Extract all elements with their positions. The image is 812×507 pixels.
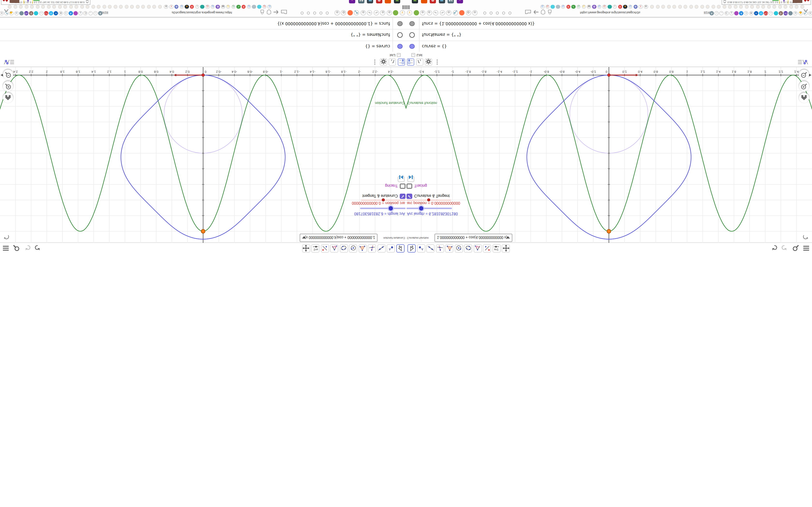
tool-polygon[interactable]: [445, 244, 453, 252]
extension-icon[interactable]: [73, 11, 78, 15]
bookmark-favicon[interactable]: G: [211, 5, 215, 9]
extension-icon[interactable]: [19, 11, 24, 15]
terminal-app-icon[interactable]: ▣: [394, 0, 400, 4]
extension-icon[interactable]: [34, 11, 39, 15]
radio-circle-icon[interactable]: [483, 12, 486, 14]
faded-favicon[interactable]: [700, 5, 704, 9]
faded-favicon[interactable]: [41, 5, 45, 9]
algebra-row[interactable]: curves = {}: [0, 41, 406, 52]
globe-icon[interactable]: ⊕: [420, 10, 425, 16]
bookmark-favicon[interactable]: W: [587, 5, 591, 9]
faded-favicon[interactable]: [678, 5, 682, 9]
extension-icon[interactable]: →: [88, 11, 93, 15]
tool-move-cursor[interactable]: [396, 244, 405, 252]
back-arrow-icon[interactable]: [532, 9, 539, 15]
bookmark-favicon[interactable]: [551, 5, 555, 9]
faded-favicon[interactable]: [47, 5, 51, 9]
globe-icon[interactable]: ⊕: [472, 10, 477, 16]
extension-icon[interactable]: C: [83, 11, 88, 15]
faded-favicon[interactable]: [722, 5, 726, 9]
extension-icon[interactable]: →: [719, 11, 724, 15]
faded-favicon[interactable]: [772, 5, 776, 9]
tool-angle[interactable]: α: [473, 244, 481, 252]
curvature-function-dropdown[interactable]: 1.000000000000 + cos(4.000000000000 x): [435, 234, 512, 242]
tool-move-cursor[interactable]: [407, 244, 416, 252]
bookmark-favicon[interactable]: G: [546, 5, 550, 9]
cat-app-icon[interactable]: ◕: [349, 0, 355, 4]
globe-icon[interactable]: ⊕: [387, 10, 392, 16]
more-vertical-button[interactable]: [434, 59, 439, 66]
extension-icon[interactable]: ⚙: [749, 11, 753, 15]
radio-circle-icon[interactable]: [326, 12, 329, 14]
curvature-tangent-checkbox[interactable]: ✓: [400, 193, 406, 199]
faded-favicon[interactable]: [141, 5, 145, 9]
tool-ellipse[interactable]: [340, 244, 348, 252]
faded-favicon[interactable]: [745, 5, 749, 9]
faded-favicon[interactable]: [75, 5, 79, 9]
extension-icon[interactable]: A: [710, 11, 714, 15]
faded-favicon[interactable]: [689, 5, 693, 9]
faded-favicon[interactable]: [778, 5, 782, 9]
faded-favicon[interactable]: [650, 5, 654, 9]
green-app-icon[interactable]: [413, 10, 419, 16]
tool-angle[interactable]: α: [331, 244, 339, 252]
bookmark-favicon[interactable]: i: [613, 5, 617, 9]
faded-favicon[interactable]: [97, 5, 101, 9]
algebra-row[interactable]: funcNames = {" "}: [0, 29, 406, 40]
visibility-marble-hollow[interactable]: [398, 33, 403, 38]
graphics-view-toggle-icon[interactable]: [798, 59, 809, 65]
bookmark-favicon[interactable]: G: [597, 5, 601, 9]
terminal-app-icon[interactable]: ▣: [412, 0, 418, 4]
bookmark-favicon[interactable]: [200, 5, 204, 9]
faded-favicon[interactable]: [58, 5, 62, 9]
folder-icon[interactable]: [281, 10, 287, 15]
bookmark-favicon[interactable]: G: [540, 5, 545, 9]
extension-icon[interactable]: A: [98, 11, 102, 15]
bookmark-favicon[interactable]: ✿: [174, 5, 179, 9]
faded-favicon[interactable]: [125, 5, 129, 9]
globe-icon[interactable]: ⊕: [335, 10, 340, 16]
bookmark-favicon[interactable]: Я: [618, 5, 622, 9]
menu-button[interactable]: [803, 245, 810, 251]
algebra-row[interactable]: funcs = {1.000000000000 + cos(4.00000000…: [0, 18, 406, 29]
extension-icon[interactable]: UD: [24, 11, 29, 15]
extension-icon[interactable]: V: [49, 11, 53, 15]
extension-icon[interactable]: [773, 11, 778, 15]
globe-icon[interactable]: ⊕: [361, 10, 366, 16]
extension-icon[interactable]: 0: [63, 11, 68, 15]
extension-icon[interactable]: A: [739, 11, 743, 15]
faded-favicon[interactable]: [767, 5, 771, 9]
radio-circle-icon[interactable]: [496, 12, 499, 14]
extension-icon[interactable]: 👍: [798, 11, 803, 15]
bookmark-favicon[interactable]: G: [247, 5, 251, 9]
collapse-icon[interactable]: −: [411, 53, 415, 57]
bookmark-favicon[interactable]: Я: [190, 5, 194, 9]
curvature-function-dropdown[interactable]: 1.000000000000 + cos(4.000000000000 x): [300, 234, 377, 242]
radio-circle-icon[interactable]: [307, 12, 310, 14]
bookmark-favicon[interactable]: ✓: [237, 5, 241, 9]
faded-favicon[interactable]: [8, 5, 12, 9]
curvature-tangent-checkbox[interactable]: ✓: [406, 193, 412, 199]
extension-icon[interactable]: [734, 11, 739, 15]
tool-line-two-points[interactable]: [426, 244, 435, 252]
bookmark-favicon[interactable]: ⚙: [644, 5, 648, 9]
home-button[interactable]: [799, 93, 809, 103]
faded-favicon[interactable]: [86, 5, 90, 9]
faded-favicon[interactable]: [795, 5, 799, 9]
zoom-out-button[interactable]: [3, 69, 13, 80]
faded-favicon[interactable]: [706, 5, 710, 9]
faded-favicon[interactable]: [102, 5, 106, 9]
home-button[interactable]: [3, 93, 13, 103]
tool-move-graphics-view[interactable]: [302, 244, 310, 252]
undo-icon[interactable]: ↶: [433, 10, 439, 16]
tool-perpendicular-line[interactable]: [436, 244, 444, 252]
bookmark-favicon[interactable]: ▲: [623, 5, 627, 9]
tool-circle-center-point[interactable]: [349, 244, 357, 252]
extension-icon[interactable]: ⚙: [0, 11, 4, 15]
faded-favicon[interactable]: [683, 5, 687, 9]
arc-length-slider[interactable]: [406, 208, 452, 209]
visibility-marble-gray[interactable]: [409, 21, 414, 26]
lock-icon[interactable]: [260, 9, 265, 15]
undo-button[interactable]: [771, 245, 778, 251]
extension-icon[interactable]: 👍: [9, 11, 14, 15]
